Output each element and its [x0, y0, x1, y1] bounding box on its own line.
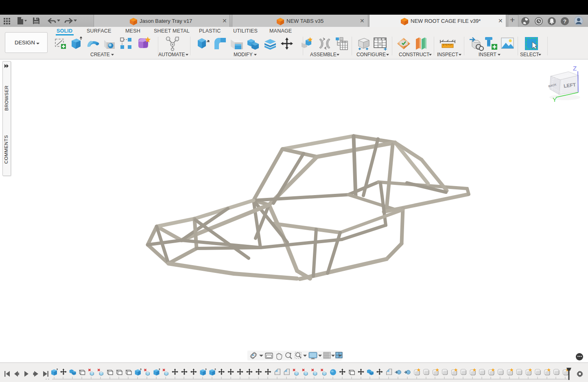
svg-text:Y: Y — [553, 96, 557, 103]
svg-text:Z: Z — [573, 65, 577, 72]
svg-text:?: ? — [563, 18, 566, 24]
